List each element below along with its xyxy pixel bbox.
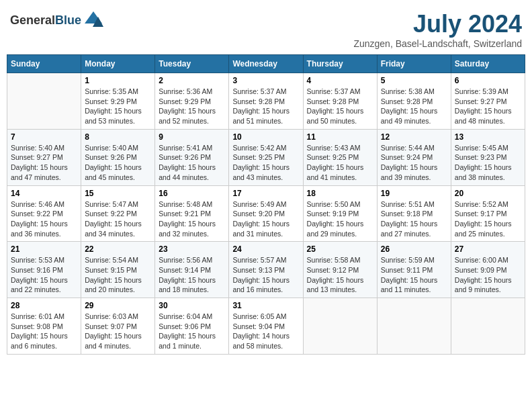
day-info: Sunrise: 5:37 AM Sunset: 9:28 PM Dayligh… [232,87,299,126]
calendar-cell: 26Sunrise: 5:59 AM Sunset: 9:11 PM Dayli… [377,242,451,298]
day-number: 5 [381,76,447,85]
day-number: 8 [85,132,151,142]
day-number: 27 [455,244,521,254]
day-number: 17 [232,189,299,198]
day-info: Sunrise: 5:43 AM Sunset: 9:25 PM Dayligh… [307,143,373,183]
day-info: Sunrise: 5:38 AM Sunset: 9:28 PM Dayligh… [381,87,447,126]
calendar-cell: 4Sunrise: 5:37 AM Sunset: 9:28 PM Daylig… [303,73,377,130]
day-info: Sunrise: 5:57 AM Sunset: 9:13 PM Dayligh… [232,255,299,295]
day-info: Sunrise: 5:39 AM Sunset: 9:27 PM Dayligh… [455,87,521,126]
day-number: 4 [307,76,373,85]
location-title: Zunzgen, Basel-Landschaft, Switzerland [353,38,522,49]
calendar-cell [7,73,81,130]
day-info: Sunrise: 5:48 AM Sunset: 9:21 PM Dayligh… [159,199,225,239]
calendar-cell: 23Sunrise: 5:56 AM Sunset: 9:14 PM Dayli… [155,242,229,298]
day-number: 7 [11,132,77,142]
calendar-cell: 19Sunrise: 5:51 AM Sunset: 9:18 PM Dayli… [377,185,451,242]
day-number: 14 [11,189,77,198]
day-number: 28 [11,301,77,310]
calendar-cell [451,298,525,355]
calendar-cell: 18Sunrise: 5:50 AM Sunset: 9:19 PM Dayli… [303,185,377,242]
weekday-header-sunday: Sunday [7,55,81,73]
day-info: Sunrise: 5:53 AM Sunset: 9:16 PM Dayligh… [11,255,77,295]
calendar-cell: 6Sunrise: 5:39 AM Sunset: 9:27 PM Daylig… [451,73,525,130]
day-info: Sunrise: 5:51 AM Sunset: 9:18 PM Dayligh… [381,199,447,239]
day-info: Sunrise: 6:03 AM Sunset: 9:07 PM Dayligh… [85,312,151,351]
weekday-header-monday: Monday [81,55,155,73]
calendar-cell: 5Sunrise: 5:38 AM Sunset: 9:28 PM Daylig… [377,73,451,130]
calendar-cell: 21Sunrise: 5:53 AM Sunset: 9:16 PM Dayli… [7,242,81,298]
day-info: Sunrise: 5:45 AM Sunset: 9:23 PM Dayligh… [455,143,521,183]
day-number: 10 [232,132,299,142]
day-number: 13 [455,132,521,142]
day-info: Sunrise: 5:52 AM Sunset: 9:17 PM Dayligh… [455,199,521,239]
calendar-cell: 2Sunrise: 5:36 AM Sunset: 9:29 PM Daylig… [155,73,229,130]
calendar-cell: 16Sunrise: 5:48 AM Sunset: 9:21 PM Dayli… [155,185,229,242]
calendar-cell: 29Sunrise: 6:03 AM Sunset: 9:07 PM Dayli… [81,298,155,355]
day-number: 15 [85,189,151,198]
day-number: 9 [159,132,225,142]
calendar-cell: 14Sunrise: 5:46 AM Sunset: 9:22 PM Dayli… [7,185,81,242]
day-info: Sunrise: 5:49 AM Sunset: 9:20 PM Dayligh… [232,199,299,239]
calendar-cell: 1Sunrise: 5:35 AM Sunset: 9:29 PM Daylig… [81,73,155,130]
calendar-cell: 30Sunrise: 6:04 AM Sunset: 9:06 PM Dayli… [155,298,229,355]
calendar-cell: 11Sunrise: 5:43 AM Sunset: 9:25 PM Dayli… [303,129,377,185]
day-number: 21 [11,244,77,254]
calendar-cell: 12Sunrise: 5:44 AM Sunset: 9:24 PM Dayli… [377,129,451,185]
weekday-header-saturday: Saturday [451,55,525,73]
month-title: July 2024 [353,10,522,38]
calendar-cell: 20Sunrise: 5:52 AM Sunset: 9:17 PM Dayli… [451,185,525,242]
calendar-cell: 17Sunrise: 5:49 AM Sunset: 9:20 PM Dayli… [229,185,303,242]
calendar-cell: 13Sunrise: 5:45 AM Sunset: 9:23 PM Dayli… [451,129,525,185]
day-info: Sunrise: 5:40 AM Sunset: 9:27 PM Dayligh… [11,143,77,183]
calendar-week-3: 14Sunrise: 5:46 AM Sunset: 9:22 PM Dayli… [7,185,525,242]
weekday-header-thursday: Thursday [303,55,377,73]
day-number: 31 [232,301,299,310]
day-info: Sunrise: 5:59 AM Sunset: 9:11 PM Dayligh… [381,255,447,295]
logo-general: General [10,13,55,27]
day-number: 18 [307,189,373,198]
calendar-week-2: 7Sunrise: 5:40 AM Sunset: 9:27 PM Daylig… [7,129,525,185]
calendar-cell: 8Sunrise: 5:40 AM Sunset: 9:26 PM Daylig… [81,129,155,185]
weekday-header-tuesday: Tuesday [155,55,229,73]
day-info: Sunrise: 5:56 AM Sunset: 9:14 PM Dayligh… [159,255,225,295]
calendar-cell: 15Sunrise: 5:47 AM Sunset: 9:22 PM Dayli… [81,185,155,242]
calendar-week-5: 28Sunrise: 6:01 AM Sunset: 9:08 PM Dayli… [7,298,525,355]
day-info: Sunrise: 5:47 AM Sunset: 9:22 PM Dayligh… [85,199,151,239]
logo-icon [83,10,103,30]
day-number: 2 [159,76,225,85]
day-number: 23 [159,244,225,254]
weekday-header-friday: Friday [377,55,451,73]
calendar-table: SundayMondayTuesdayWednesdayThursdayFrid… [7,54,525,355]
day-info: Sunrise: 5:40 AM Sunset: 9:26 PM Dayligh… [85,143,151,183]
day-number: 16 [159,189,225,198]
day-info: Sunrise: 6:01 AM Sunset: 9:08 PM Dayligh… [11,312,77,351]
day-info: Sunrise: 6:05 AM Sunset: 9:04 PM Dayligh… [232,312,299,351]
calendar-cell: 7Sunrise: 5:40 AM Sunset: 9:27 PM Daylig… [7,129,81,185]
day-info: Sunrise: 5:37 AM Sunset: 9:28 PM Dayligh… [307,87,373,126]
day-number: 11 [307,132,373,142]
calendar-cell: 3Sunrise: 5:37 AM Sunset: 9:28 PM Daylig… [229,73,303,130]
day-number: 22 [85,244,151,254]
logo-blue: Blue [55,13,81,27]
day-number: 24 [232,244,299,254]
calendar-cell: 10Sunrise: 5:42 AM Sunset: 9:25 PM Dayli… [229,129,303,185]
calendar-week-4: 21Sunrise: 5:53 AM Sunset: 9:16 PM Dayli… [7,242,525,298]
calendar-cell: 31Sunrise: 6:05 AM Sunset: 9:04 PM Dayli… [229,298,303,355]
calendar-cell [303,298,377,355]
calendar-cell: 25Sunrise: 5:58 AM Sunset: 9:12 PM Dayli… [303,242,377,298]
day-info: Sunrise: 5:35 AM Sunset: 9:29 PM Dayligh… [85,87,151,126]
day-info: Sunrise: 5:44 AM Sunset: 9:24 PM Dayligh… [381,143,447,183]
day-info: Sunrise: 5:50 AM Sunset: 9:19 PM Dayligh… [307,199,373,239]
calendar-cell: 27Sunrise: 6:00 AM Sunset: 9:09 PM Dayli… [451,242,525,298]
day-number: 12 [381,132,447,142]
day-number: 26 [381,244,447,254]
day-info: Sunrise: 6:04 AM Sunset: 9:06 PM Dayligh… [159,312,225,351]
header: GeneralBlue July 2024 Zunzgen, Basel-Lan… [7,7,525,49]
day-number: 20 [455,189,521,198]
day-info: Sunrise: 5:36 AM Sunset: 9:29 PM Dayligh… [159,87,225,126]
calendar-cell: 24Sunrise: 5:57 AM Sunset: 9:13 PM Dayli… [229,242,303,298]
day-number: 3 [232,76,299,85]
day-number: 19 [381,189,447,198]
day-info: Sunrise: 6:00 AM Sunset: 9:09 PM Dayligh… [455,255,521,295]
